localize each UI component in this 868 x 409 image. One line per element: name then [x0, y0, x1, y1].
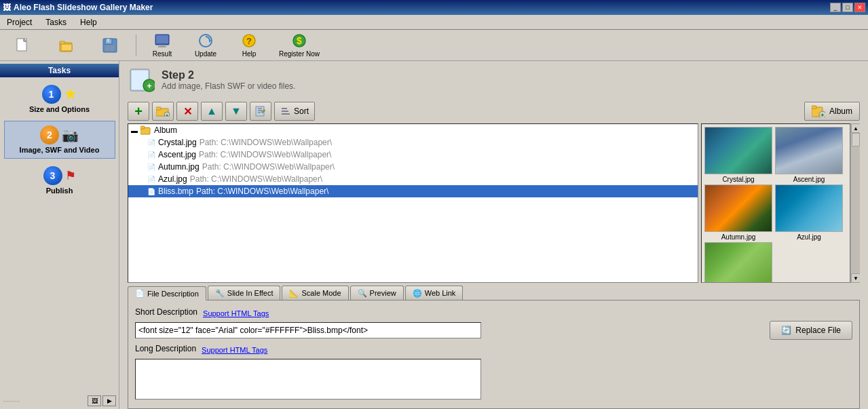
sidebar-item-size-options[interactable]: 1 ★ Size and Options [4, 80, 115, 118]
register-button[interactable]: $ Register Now [272, 32, 326, 59]
azul-path: Path: C:\WINDOWS\Web\Wallpaper\ [190, 174, 322, 184]
task3-icon-row: 3 ⚑ [43, 166, 76, 185]
task2-number: 2 [40, 125, 59, 144]
tab-scale-icon: 📐 [289, 289, 299, 298]
thumb-azul[interactable]: Azul.jpg [775, 184, 843, 241]
help-button[interactable]: ? Help [229, 32, 269, 59]
long-desc-support-link[interactable]: Support HTML Tags [202, 346, 267, 354]
result-button[interactable]: Result [142, 32, 183, 59]
menu-tasks[interactable]: Tasks [41, 16, 71, 28]
scroll-thumb[interactable] [852, 133, 860, 147]
tab-scale-mode[interactable]: 📐 Scale Mode [282, 286, 348, 300]
album-node[interactable]: ▬ Album [128, 124, 698, 136]
file-icon-azul: 📄 [147, 176, 155, 183]
task3-number: 3 [43, 166, 62, 185]
short-desc-label: Short Description [135, 307, 197, 317]
maximize-button[interactable]: □ [842, 3, 853, 12]
thumbnail-scrollbar[interactable]: ▲ ▼ [850, 123, 860, 283]
sidebar-header: Tasks [0, 64, 119, 77]
scroll-track [851, 133, 860, 273]
tab-scale-label: Scale Mode [301, 289, 341, 297]
long-desc-label: Long Description [135, 344, 196, 353]
svg-rect-14 [158, 46, 166, 47]
svg-rect-41 [140, 126, 145, 129]
sidebar-icon-btn[interactable]: 🖼 [88, 395, 101, 406]
title-bar-controls[interactable]: _ □ ✕ [830, 3, 865, 12]
file-icon-bliss: 📄 [147, 188, 155, 195]
sidebar-item-publish[interactable]: 3 ⚑ Publish [4, 161, 115, 199]
step-header: + Step 2 Add image, Flash SWF or video f… [119, 61, 868, 99]
tab-preview-label: Preview [370, 289, 396, 297]
tab-preview[interactable]: 🔍 Preview [350, 286, 404, 300]
album-button[interactable]: + Album [804, 102, 860, 121]
short-description-section: Short Description Support HTML Tags [135, 307, 481, 338]
tab-area: 📄 File Description 🔧 Slide In Effect 📐 S… [128, 286, 860, 409]
replace-icon: 🔄 [781, 326, 791, 335]
sidebar-item-image-swf-video[interactable]: 2 📷 Image, SWF and Video [4, 121, 115, 159]
sidebar-bottom-controls: 🖼 ▶ [88, 395, 116, 406]
edit-button[interactable] [250, 102, 271, 121]
sort-button[interactable]: Sort [274, 102, 315, 121]
add-folder-button[interactable]: + [152, 102, 174, 121]
short-desc-support-link[interactable]: Support HTML Tags [203, 309, 269, 317]
scroll-down-button[interactable]: ▼ [851, 273, 860, 283]
svg-rect-12 [156, 35, 168, 43]
thumb-bliss[interactable] [704, 242, 772, 283]
file-list-container: ▬ Album 📄 Crystal.jpg Path: C:\WINDOWS\W… [128, 123, 860, 283]
minimize-button[interactable]: _ [830, 3, 841, 12]
update-button[interactable]: Update [185, 32, 226, 59]
thumb-autumn[interactable]: Autumn.jpg [704, 184, 772, 241]
tab-preview-icon: 🔍 [358, 289, 367, 298]
sidebar-arrow-btn[interactable]: ▶ [102, 395, 116, 406]
move-up-button[interactable]: ▲ [201, 102, 223, 121]
thumb-img-autumn [704, 184, 772, 232]
file-icon-autumn: 📄 [147, 163, 155, 171]
remove-button[interactable]: ✕ [176, 102, 198, 121]
file-icon-ascent: 📄 [147, 151, 155, 159]
thumbnail-panel: Crystal.jpg Ascent.jpg Autumn.jpg [701, 123, 850, 283]
add-file-button[interactable]: + [128, 102, 149, 121]
open-button[interactable] [46, 32, 87, 59]
thumb-img-crystal [704, 127, 772, 174]
long-description-textarea[interactable] [135, 359, 481, 400]
tree-file-crystal[interactable]: 📄 Crystal.jpg Path: C:\WINDOWS\Web\Wallp… [128, 136, 698, 149]
svg-text:+: + [166, 113, 169, 117]
file-icon-crystal: 📄 [147, 139, 155, 147]
thumb-row-3 [704, 242, 847, 283]
thumb-label-azul: Azul.jpg [797, 233, 821, 241]
tab-file-description[interactable]: 📄 File Description [128, 286, 206, 300]
thumb-crystal[interactable]: Crystal.jpg [704, 127, 772, 183]
replace-label: Replace File [795, 326, 841, 335]
sort-icon [280, 106, 291, 117]
tree-file-ascent[interactable]: 📄 Ascent.jpg Path: C:\WINDOWS\Web\Wallpa… [128, 149, 698, 161]
file-tree[interactable]: ▬ Album 📄 Crystal.jpg Path: C:\WINDOWS\W… [128, 123, 698, 283]
save-button[interactable] [90, 32, 130, 59]
thumb-ascent[interactable]: Ascent.jpg [775, 127, 843, 183]
close-button[interactable]: ✕ [854, 3, 865, 12]
collapse-icon: ▬ [131, 127, 138, 134]
tab-slide-in-label: Slide In Effect [227, 289, 273, 297]
replace-file-button[interactable]: 🔄 Replace File [770, 321, 852, 340]
bliss-filename: Bliss.bmp [158, 187, 193, 196]
azul-filename: Azul.jpg [158, 174, 187, 184]
tree-file-azul[interactable]: 📄 Azul.jpg Path: C:\WINDOWS\Web\Wallpape… [128, 173, 698, 185]
tree-file-autumn[interactable]: 📄 Autumn.jpg Path: C:\WINDOWS\Web\Wallpa… [128, 161, 698, 173]
menu-bar: Project Tasks Help [0, 15, 868, 30]
menu-help[interactable]: Help [76, 16, 101, 28]
thumb-img-ascent [775, 127, 843, 174]
new-button[interactable] [3, 32, 43, 59]
main-layout: Tasks 1 ★ Size and Options 2 📷 Image, SW… [0, 61, 868, 409]
thumb-row-2: Autumn.jpg Azul.jpg [704, 184, 847, 241]
thumb-label-autumn: Autumn.jpg [721, 233, 756, 241]
task1-star-icon: ★ [64, 85, 77, 103]
tab-web-link-label: Web Link [425, 289, 456, 297]
scroll-up-button[interactable]: ▲ [851, 123, 860, 133]
move-down-button[interactable]: ▼ [225, 102, 247, 121]
task2-camera-icon: 📷 [62, 127, 79, 143]
sidebar-bottom: ········· 🖼 ▶ [0, 393, 119, 409]
menu-project[interactable]: Project [3, 16, 36, 28]
tree-file-bliss[interactable]: 📄 Bliss.bmp Path: C:\WINDOWS\Web\Wallpap… [128, 185, 698, 197]
tab-slide-in-effect[interactable]: 🔧 Slide In Effect [208, 286, 281, 300]
tab-web-link[interactable]: 🌐 Web Link [405, 286, 464, 300]
short-description-input[interactable] [135, 322, 481, 338]
